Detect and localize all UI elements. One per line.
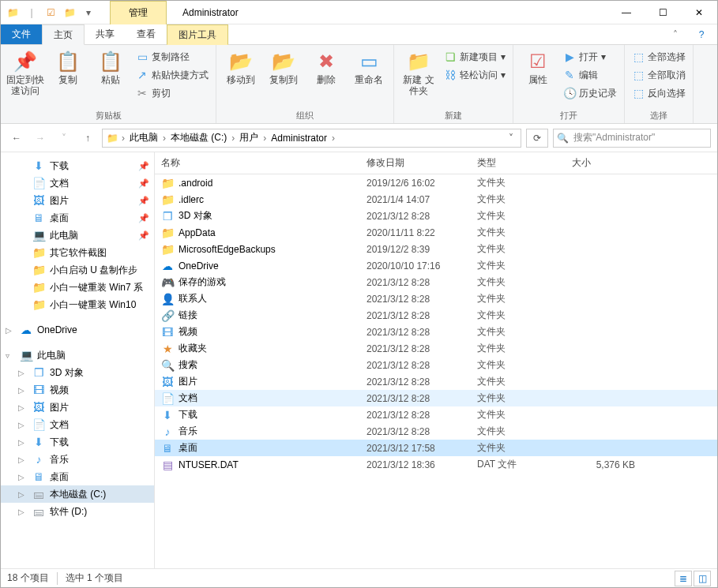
file-row[interactable]: 🎞视频2021/3/12 8:28文件夹 (155, 324, 717, 340)
expander-icon[interactable]: ▷ (18, 490, 24, 499)
icons-view-button[interactable]: ◫ (694, 571, 711, 586)
chevron-right-icon[interactable]: › (161, 133, 167, 144)
tree-item[interactable]: 🖼图片📌 (1, 192, 154, 209)
edit-button[interactable]: ✎编辑 (561, 66, 619, 84)
tree-item[interactable]: 🖥桌面📌 (1, 209, 154, 227)
chevron-right-icon[interactable]: › (330, 133, 336, 144)
file-row[interactable]: 📄文档2021/3/12 8:28文件夹 (155, 390, 717, 406)
column-name[interactable]: 名称 (155, 156, 360, 170)
nav-forward-button[interactable]: → (31, 129, 50, 148)
file-row[interactable]: 👤联系人2021/3/12 8:28文件夹 (155, 290, 717, 307)
tree-item[interactable]: ▷🖼图片 (1, 399, 154, 416)
tab-home[interactable]: 主页 (42, 24, 85, 45)
chevron-right-icon[interactable]: › (120, 133, 126, 144)
column-type[interactable]: 类型 (471, 156, 566, 170)
expander-icon[interactable]: ▷ (18, 421, 24, 429)
copy-button[interactable]: 📋复制 (47, 47, 89, 88)
folder-icon[interactable]: 📁 (61, 4, 78, 21)
history-button[interactable]: 🕓历史记录 (561, 84, 619, 102)
expander-icon[interactable]: ▷ (18, 473, 24, 481)
expander-icon[interactable]: ▷ (6, 326, 12, 335)
nav-recent-dropdown[interactable]: ˅ (55, 129, 73, 148)
file-list[interactable]: 📁.android2019/12/6 16:02文件夹📁.idlerc2021/… (155, 174, 717, 568)
paste-shortcut-button[interactable]: ↗粘贴快捷方式 (133, 66, 211, 84)
search-input[interactable]: 🔍 搜索"Administrator" (553, 129, 711, 148)
expander-icon[interactable]: ▷ (18, 455, 24, 464)
file-row[interactable]: 🖥桌面2021/3/12 17:58文件夹 (155, 440, 717, 456)
tree-item[interactable]: ▿💻此电脑 (1, 346, 154, 364)
tree-item[interactable]: ⬇下载📌 (1, 157, 154, 174)
tab-share[interactable]: 共享 (85, 24, 126, 44)
file-row[interactable]: 📁.android2019/12/6 16:02文件夹 (155, 174, 717, 191)
select-all-button[interactable]: ⬚全部选择 (630, 48, 688, 66)
expander-icon[interactable]: ▷ (18, 369, 24, 377)
file-row[interactable]: 🖼图片2021/3/12 8:28文件夹 (155, 373, 717, 390)
file-row[interactable]: 📁AppData2020/11/11 8:22文件夹 (155, 224, 717, 241)
new-folder-button[interactable]: 📁新建 文件夹 (397, 47, 440, 99)
tree-item[interactable]: ▷🖴软件 (D:) (1, 503, 154, 520)
copy-path-button[interactable]: ▭复制路径 (133, 48, 211, 66)
tree-item[interactable]: ▷📄文档 (1, 416, 154, 433)
chevron-right-icon[interactable]: › (261, 133, 268, 144)
rename-button[interactable]: ▭重命名 (348, 47, 390, 88)
file-row[interactable]: ♪音乐2021/3/12 8:28文件夹 (155, 423, 717, 440)
tree-item[interactable]: ▷⬇下载 (1, 433, 154, 451)
select-none-button[interactable]: ⬚全部取消 (630, 66, 688, 84)
expander-icon[interactable]: ▷ (18, 438, 24, 447)
tree-item[interactable]: ▷♪音乐 (1, 451, 154, 468)
refresh-button[interactable]: ⟳ (526, 129, 548, 148)
expander-icon[interactable]: ▷ (18, 507, 24, 516)
file-row[interactable]: 🎮保存的游戏2021/3/12 8:28文件夹 (155, 274, 717, 290)
properties-button[interactable]: ☑属性 (517, 47, 559, 88)
expander-icon[interactable]: ▷ (18, 403, 24, 412)
folder-icon[interactable]: 📁 (4, 4, 21, 21)
tab-file[interactable]: 文件 (1, 24, 42, 44)
cut-button[interactable]: ✂剪切 (133, 84, 211, 102)
file-row[interactable]: ⬇下载2021/3/12 8:28文件夹 (155, 406, 717, 423)
file-row[interactable]: 📁MicrosoftEdgeBackups2019/12/2 8:39文件夹 (155, 241, 717, 257)
qat-check-icon[interactable]: ☑ (42, 4, 59, 21)
details-view-button[interactable]: ≣ (675, 571, 692, 586)
file-row[interactable]: ❒3D 对象2021/3/12 8:28文件夹 (155, 208, 717, 224)
tree-item[interactable]: 📄文档📌 (1, 174, 154, 192)
breadcrumb-item[interactable]: 本地磁盘 (C:) (167, 131, 230, 144)
column-date[interactable]: 修改日期 (360, 156, 471, 170)
tree-item[interactable]: 📁小白一键重装 Win10 (1, 296, 154, 313)
nav-up-button[interactable]: ↑ (78, 129, 97, 148)
expander-icon[interactable]: ▿ (6, 351, 9, 360)
invert-selection-button[interactable]: ⬚反向选择 (630, 84, 688, 102)
chevron-right-icon[interactable]: › (230, 133, 236, 144)
tree-item[interactable]: ▷☁OneDrive (1, 321, 154, 339)
qat-dropdown-icon[interactable]: ▾ (80, 4, 97, 21)
move-to-button[interactable]: 📂移动到 (220, 47, 262, 88)
breadcrumb[interactable]: 📁 › 此电脑 › 本地磁盘 (C:) › 用户 › Administrator… (102, 129, 521, 148)
paste-button[interactable]: 📋粘贴 (89, 47, 132, 88)
copy-to-button[interactable]: 📂复制到 (262, 47, 305, 88)
breadcrumb-dropdown[interactable]: ˅ (503, 133, 519, 144)
tree-item[interactable]: 📁其它软件截图 (1, 244, 154, 261)
tree-item[interactable]: ▷🎞视频 (1, 381, 154, 399)
expander-icon[interactable]: ▷ (18, 386, 24, 395)
file-row[interactable]: ☁OneDrive2020/10/10 17:16文件夹 (155, 257, 717, 274)
tab-picture-tools[interactable]: 图片工具 (167, 24, 228, 45)
breadcrumb-item[interactable]: 此电脑 (126, 131, 161, 144)
tree-item[interactable]: ▷🖥桌面 (1, 468, 154, 485)
tree-item[interactable]: ▷❒3D 对象 (1, 364, 154, 381)
delete-button[interactable]: ✖删除 (305, 47, 348, 88)
tree-item[interactable]: 💻此电脑📌 (1, 227, 154, 244)
file-row[interactable]: 🔗链接2021/3/12 8:28文件夹 (155, 307, 717, 324)
column-size[interactable]: 大小 (566, 156, 645, 170)
new-item-button[interactable]: ❏新建项目 ▾ (442, 48, 508, 66)
close-button[interactable]: ✕ (681, 1, 717, 24)
tree-item[interactable]: 📁小白启动 U 盘制作步 (1, 261, 154, 279)
file-row[interactable]: ▤NTUSER.DAT2021/3/12 18:36DAT 文件5,376 KB (155, 456, 717, 473)
tree-item[interactable]: ▷🖴本地磁盘 (C:) (1, 485, 154, 503)
help-button[interactable]: ? (686, 24, 717, 44)
navigation-tree[interactable]: ⬇下载📌📄文档📌🖼图片📌🖥桌面📌💻此电脑📌📁其它软件截图📁小白启动 U 盘制作步… (1, 152, 155, 568)
easy-access-button[interactable]: ⛓轻松访问 ▾ (442, 66, 508, 84)
breadcrumb-item[interactable]: Administrator (268, 133, 330, 144)
file-row[interactable]: ★收藏夹2021/3/12 8:28文件夹 (155, 340, 717, 357)
pin-to-quick-access-button[interactable]: 📌固定到快 速访问 (4, 47, 47, 99)
tab-view[interactable]: 查看 (126, 24, 167, 44)
file-row[interactable]: 🔍搜索2021/3/12 8:28文件夹 (155, 357, 717, 373)
